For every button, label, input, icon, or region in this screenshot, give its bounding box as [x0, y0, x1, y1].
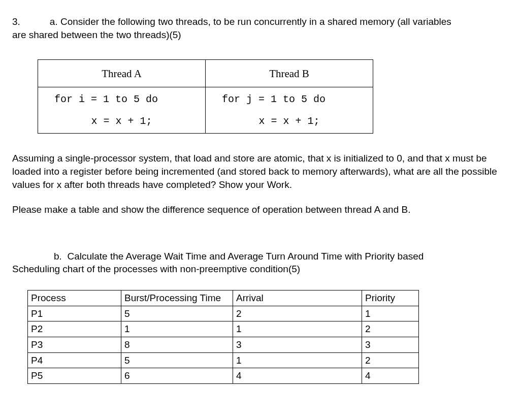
- assumption-paragraph: Assuming a single-processor system, that…: [12, 152, 508, 191]
- cell-priority: 2: [362, 321, 419, 337]
- cell-burst: 5: [121, 352, 233, 368]
- cell-arrival: 1: [233, 321, 362, 337]
- cell-arrival: 1: [233, 352, 362, 368]
- cell-process: P5: [28, 368, 121, 384]
- cell-burst: 8: [121, 337, 233, 353]
- part-a-label: a.: [50, 16, 58, 27]
- table-row: P4 5 1 2: [28, 352, 419, 368]
- table-row: P2 1 1 2: [28, 321, 419, 337]
- header-burst: Burst/Processing Time: [121, 290, 233, 306]
- part-b-label: b.: [54, 251, 62, 262]
- question-3b-text: b. Calculate the Average Wait Time and A…: [12, 250, 508, 276]
- table-row: P3 8 3 3: [28, 337, 419, 353]
- cell-burst: 6: [121, 368, 233, 384]
- instruction-paragraph: Please make a table and show the differe…: [12, 203, 508, 216]
- process-table: Process Burst/Processing Time Arrival Pr…: [27, 290, 419, 384]
- cell-priority: 1: [362, 306, 419, 321]
- question-number: 3.: [12, 16, 20, 27]
- cell-priority: 3: [362, 337, 419, 353]
- part-a-line2: are shared between the two threads)(5): [12, 29, 181, 40]
- thread-b-code-line1: for j = 1 to 5 do: [210, 92, 369, 106]
- cell-priority: 4: [362, 368, 419, 384]
- thread-b-header: Thread B: [206, 60, 373, 87]
- table-row: P5 6 4 4: [28, 368, 419, 384]
- part-a-line1: Consider the following two threads, to b…: [60, 16, 451, 27]
- table-header-row: Process Burst/Processing Time Arrival Pr…: [28, 290, 419, 306]
- cell-arrival: 2: [233, 306, 362, 321]
- cell-process: P1: [28, 306, 121, 321]
- cell-process: P3: [28, 337, 121, 353]
- thread-b-code: for j = 1 to 5 do x = x + 1;: [206, 87, 373, 134]
- header-arrival: Arrival: [233, 290, 362, 306]
- table-row: P1 5 2 1: [28, 306, 419, 321]
- cell-burst: 1: [121, 321, 233, 337]
- thread-a-code-line2: x = x + 1;: [42, 106, 201, 128]
- part-b-line1: Calculate the Average Wait Time and Aver…: [67, 251, 424, 262]
- part-b-line2: Scheduling chart of the processes with n…: [12, 264, 300, 274]
- thread-table: Thread A Thread B for i = 1 to 5 do x = …: [38, 59, 373, 134]
- cell-process: P4: [28, 352, 121, 368]
- cell-priority: 2: [362, 352, 419, 368]
- cell-burst: 5: [121, 306, 233, 321]
- thread-a-code: for i = 1 to 5 do x = x + 1;: [38, 87, 206, 134]
- cell-arrival: 4: [233, 368, 362, 384]
- header-process: Process: [28, 290, 121, 306]
- thread-b-code-line2: x = x + 1;: [210, 106, 369, 128]
- cell-arrival: 3: [233, 337, 362, 353]
- thread-a-code-line1: for i = 1 to 5 do: [42, 92, 201, 106]
- question-3a-text: 3.a. Consider the following two threads,…: [12, 15, 508, 41]
- header-priority: Priority: [362, 290, 419, 306]
- cell-process: P2: [28, 321, 121, 337]
- thread-a-header: Thread A: [38, 60, 206, 87]
